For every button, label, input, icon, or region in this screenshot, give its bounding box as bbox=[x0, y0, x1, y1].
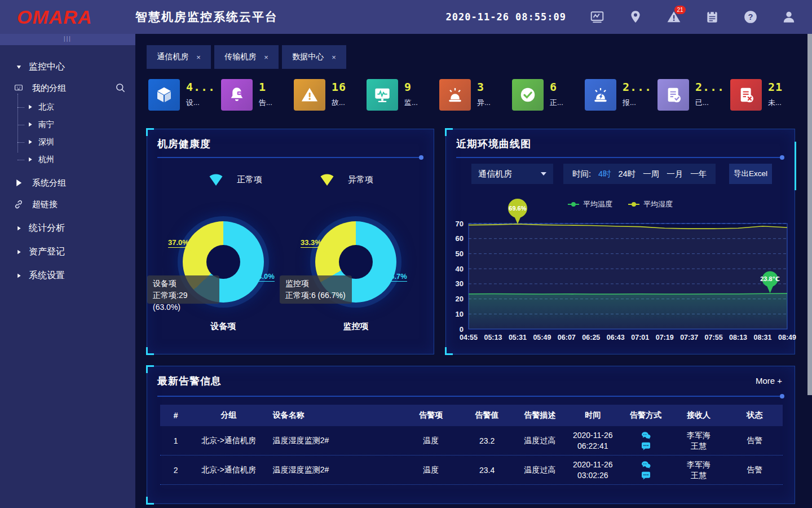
legend-item[interactable]: 正常项 bbox=[208, 172, 262, 187]
stat-card-6[interactable]: 6正... bbox=[512, 79, 585, 111]
close-icon[interactable]: × bbox=[332, 53, 336, 62]
sidebar-collapse-handle[interactable]: ||| bbox=[0, 34, 135, 45]
stat-card-4[interactable]: 9监... bbox=[367, 79, 439, 111]
sms-icon bbox=[641, 471, 651, 480]
sidebar-item-nanning[interactable]: 南宁 bbox=[0, 116, 135, 133]
donut-legend: 正常项异常项 bbox=[147, 172, 434, 187]
time-option-一月[interactable]: 一月 bbox=[667, 169, 683, 179]
methods-cell bbox=[621, 431, 670, 450]
stat-label: 异... bbox=[477, 98, 491, 108]
room-select-dropdown[interactable]: 通信机房 bbox=[471, 164, 553, 184]
normal-percent-label: 63.0% bbox=[254, 272, 275, 282]
stat-value: 2... bbox=[695, 80, 725, 94]
tab-label: 数据中心 bbox=[292, 52, 324, 62]
stat-card-3[interactable]: 16故... bbox=[294, 79, 367, 111]
legend-item[interactable]: 平均湿度 bbox=[628, 199, 673, 209]
column-header: 告警方式 bbox=[621, 410, 670, 421]
alarm-table-row[interactable]: 1北京->通信机房温度湿度监测2#温度23.2温度过高2020-11-2606:… bbox=[160, 426, 783, 456]
page-scrollbar[interactable] bbox=[807, 34, 812, 395]
svg-text:06:43: 06:43 bbox=[607, 334, 625, 341]
tab-2[interactable]: 传输机房× bbox=[214, 45, 279, 69]
brand-logo: OMARA bbox=[17, 6, 135, 28]
svg-text:07:19: 07:19 bbox=[656, 334, 674, 341]
svg-text:07:37: 07:37 bbox=[680, 334, 698, 341]
sidebar-item-monitor-center[interactable]: 监控中心 bbox=[0, 56, 135, 77]
header-actions: 2020-11-26 08:55:09 21 ? bbox=[446, 10, 796, 24]
svg-text:06:25: 06:25 bbox=[582, 334, 600, 341]
bell-icon bbox=[221, 79, 253, 111]
donut-tooltip: 设备项正常项:29 (63.0%) bbox=[147, 275, 219, 304]
clipboard-icon[interactable] bbox=[705, 10, 720, 24]
tab-1[interactable]: 通信机房× bbox=[147, 45, 211, 69]
location-icon[interactable] bbox=[628, 10, 643, 24]
sidebar-item-label: 我的分组 bbox=[32, 83, 66, 94]
stat-value: 21 bbox=[768, 80, 783, 94]
sidebar-item-beijing[interactable]: 北京 bbox=[0, 98, 135, 116]
sidebar: ||| 监控中心我的分组北京南宁深圳杭州系统分组超链接统计分析资产登记系统设置 bbox=[0, 34, 135, 508]
caret-right-icon bbox=[25, 137, 35, 147]
stat-card-9[interactable]: 21未... bbox=[730, 79, 803, 111]
stat-value: 2... bbox=[623, 80, 652, 94]
item-cell: 温度 bbox=[403, 465, 459, 475]
caret-right-icon bbox=[14, 223, 24, 233]
device-cell: 温度湿度监测2# bbox=[266, 465, 403, 475]
column-header: # bbox=[160, 411, 191, 420]
sidebar-item-system-settings[interactable]: 系统设置 bbox=[0, 265, 135, 286]
close-icon[interactable]: × bbox=[196, 53, 201, 62]
time-option-4时[interactable]: 4时 bbox=[598, 169, 611, 179]
line-marker-icon bbox=[628, 204, 639, 205]
svg-text:08:13: 08:13 bbox=[729, 334, 747, 341]
sms-icon bbox=[641, 442, 651, 450]
tab-bar: 通信机房×传输机房×数据中心× bbox=[147, 45, 346, 69]
value-cell: 23.4 bbox=[459, 466, 515, 475]
row-index: 2 bbox=[160, 466, 191, 475]
time-option-一年[interactable]: 一年 bbox=[690, 169, 707, 179]
sidebar-item-hangzhou[interactable]: 杭州 bbox=[0, 151, 135, 168]
alarm-table-row[interactable]: 2北京->通信机房温度湿度监测2#温度23.4温度过高2020-11-2603:… bbox=[160, 456, 783, 485]
search-icon[interactable] bbox=[115, 82, 126, 94]
warning-icon bbox=[294, 79, 325, 111]
desc-cell: 温度过高 bbox=[515, 436, 564, 446]
sidebar-item-hyperlink[interactable]: 超链接 bbox=[0, 194, 135, 214]
tab-3[interactable]: 数据中心× bbox=[282, 45, 346, 69]
sidebar-item-asset-register[interactable]: 资产登记 bbox=[0, 242, 135, 262]
sidebar-item-my-groups[interactable]: 我的分组 bbox=[0, 78, 135, 98]
value-cell: 23.2 bbox=[459, 436, 515, 445]
svg-text:07:01: 07:01 bbox=[631, 334, 649, 341]
svg-text:20: 20 bbox=[456, 295, 464, 303]
more-button[interactable]: More + bbox=[756, 376, 782, 386]
legend-item[interactable]: 异常项 bbox=[319, 172, 373, 187]
stat-card-5[interactable]: 3异... bbox=[439, 79, 512, 111]
page-title: 智慧机房监控系统云平台 bbox=[135, 9, 278, 25]
corner-accent bbox=[146, 365, 154, 373]
svg-text:10: 10 bbox=[456, 310, 464, 318]
status-cell: 告警 bbox=[727, 465, 783, 475]
sidebar-item-system-groups[interactable]: 系统分组 bbox=[0, 173, 135, 193]
sidebar-item-stats-analysis[interactable]: 统计分析 bbox=[0, 218, 135, 238]
donut-title: 监控项 bbox=[315, 321, 396, 332]
stat-value: 4... bbox=[186, 80, 215, 94]
help-icon[interactable]: ? bbox=[743, 10, 758, 24]
env-panel-title: 近期环境曲线图 bbox=[456, 137, 531, 151]
legend-item[interactable]: 平均温度 bbox=[568, 199, 612, 209]
alarm-icon[interactable]: 21 bbox=[667, 10, 681, 24]
svg-text:04:55: 04:55 bbox=[460, 334, 478, 341]
time-option-24时[interactable]: 24时 bbox=[618, 169, 636, 179]
svg-text:50: 50 bbox=[456, 249, 464, 258]
monitor-chart-icon[interactable] bbox=[590, 10, 604, 24]
sidebar-item-shenzhen[interactable]: 深圳 bbox=[0, 133, 135, 151]
corner-accent bbox=[146, 497, 154, 505]
stat-label: 已... bbox=[695, 98, 725, 108]
doc-check-icon bbox=[657, 79, 689, 111]
stat-card-1[interactable]: 4...设... bbox=[148, 79, 221, 111]
check-icon bbox=[512, 79, 544, 111]
close-icon[interactable]: × bbox=[264, 53, 268, 62]
time-option-一周[interactable]: 一周 bbox=[643, 169, 659, 179]
stat-card-2[interactable]: 1告... bbox=[221, 79, 294, 111]
status-cell: 告警 bbox=[727, 436, 783, 446]
stat-card-7[interactable]: 2...报... bbox=[585, 79, 657, 111]
user-icon[interactable] bbox=[782, 10, 796, 24]
export-excel-button[interactable]: 导出Excel bbox=[729, 164, 772, 184]
link-icon bbox=[14, 199, 24, 209]
stat-card-8[interactable]: 2...已... bbox=[657, 79, 730, 111]
